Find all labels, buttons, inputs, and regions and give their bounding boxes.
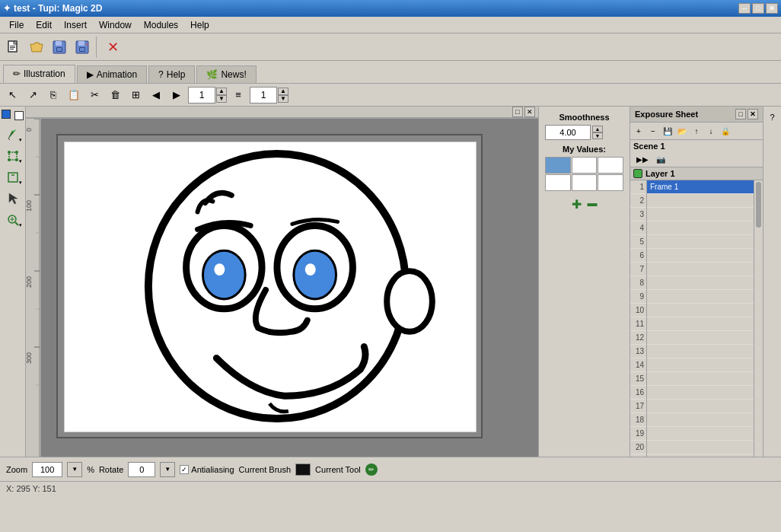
frame-21-cell[interactable] — [647, 454, 754, 457]
color-cell-5[interactable] — [598, 174, 623, 191]
transform-button[interactable] — [2, 146, 24, 166]
exposure-restore-button[interactable]: □ — [735, 109, 746, 119]
menu-edit[interactable]: Edit — [30, 18, 58, 32]
layers-icon[interactable]: ≡ — [229, 86, 247, 104]
frame-input[interactable] — [250, 87, 277, 104]
frame-12-cell[interactable] — [647, 331, 754, 345]
antialiasing-checkbox[interactable]: ✓ — [180, 465, 189, 474]
scene-option-button[interactable]: ▶▶ — [633, 154, 652, 165]
frame-7-cell[interactable] — [647, 263, 754, 276]
frame-14-cell[interactable] — [647, 358, 754, 372]
remove-frame-button[interactable]: − — [646, 124, 660, 138]
select-arrow-button[interactable]: ↖ — [3, 86, 21, 104]
paste-button[interactable]: 📋 — [65, 86, 83, 104]
frame-19-cell[interactable] — [647, 427, 754, 441]
scene-camera-button[interactable]: 📷 — [653, 154, 668, 165]
frame-4-cell[interactable] — [647, 221, 754, 235]
close-button[interactable]: ✕ — [766, 3, 778, 14]
copy-button[interactable]: ⎘ — [44, 86, 62, 104]
smoothness-up[interactable]: ▲ — [592, 126, 603, 132]
color-cell-blue[interactable] — [545, 157, 571, 174]
open-frame-button[interactable]: 📂 — [675, 124, 689, 138]
new-button[interactable] — [3, 37, 24, 58]
menu-window[interactable]: Window — [93, 18, 138, 32]
frame-1-cell[interactable]: Frame 1 — [647, 180, 754, 194]
frame-15-cell[interactable] — [647, 372, 754, 386]
color-cell-4[interactable] — [572, 174, 598, 191]
canvas-close-button[interactable]: ✕ — [524, 107, 535, 117]
frame-2-cell[interactable] — [647, 194, 754, 208]
drawing-canvas[interactable] — [64, 142, 477, 432]
save-frame-button[interactable]: 💾 — [661, 124, 674, 138]
canvas-scroll-area[interactable] — [41, 119, 538, 457]
menu-modules[interactable]: Modules — [138, 18, 184, 32]
saveas-button[interactable]: + — [72, 37, 93, 58]
layer-down[interactable]: ▼ — [216, 95, 227, 103]
delete-button[interactable]: ✕ — [102, 37, 123, 58]
zoom-input[interactable] — [32, 462, 62, 477]
frame-8-cell[interactable] — [647, 276, 754, 290]
frame-13-cell[interactable] — [647, 345, 754, 358]
lock-frame-button[interactable]: 🔒 — [719, 124, 732, 138]
menu-file[interactable]: File — [3, 18, 30, 32]
frame-3-cell[interactable] — [647, 208, 754, 221]
frame-11-cell[interactable] — [647, 317, 754, 331]
frame-down[interactable]: ▼ — [278, 95, 288, 103]
foreground-color[interactable] — [2, 110, 11, 119]
edit-color-button[interactable]: ▬ — [588, 197, 598, 212]
grid-button[interactable]: ⊞ — [126, 86, 145, 104]
frame-5-cell[interactable] — [647, 235, 754, 249]
brush-preview[interactable] — [295, 464, 311, 476]
zoom-button[interactable] — [2, 210, 24, 230]
prev-button[interactable]: ◀ — [147, 86, 165, 104]
canvas-restore-button[interactable]: □ — [512, 107, 523, 117]
down-frame-button[interactable]: ↓ — [704, 124, 718, 138]
antialiasing-toggle[interactable]: ✓ Antialiasing — [180, 465, 234, 474]
tab-animation[interactable]: ▶ Animation — [77, 65, 147, 83]
frame-20-cell[interactable] — [647, 441, 754, 454]
open-button[interactable] — [26, 37, 47, 58]
scrollbar-thumb[interactable] — [756, 182, 761, 228]
help-question-button[interactable]: ? — [765, 110, 780, 125]
rotate-dropdown[interactable]: ▼ — [160, 462, 175, 477]
canvas-controls[interactable]: □ ✕ — [512, 107, 535, 117]
delete2-button[interactable]: 🗑 — [106, 86, 124, 104]
color-cell-1[interactable] — [572, 157, 598, 174]
next-button[interactable]: ▶ — [167, 86, 186, 104]
select-arrow2-button[interactable]: ↗ — [24, 86, 42, 104]
color-cell-3[interactable] — [545, 174, 571, 191]
rotate-input[interactable] — [128, 462, 155, 477]
maximize-button[interactable]: □ — [752, 3, 764, 14]
layer-input[interactable] — [188, 87, 215, 104]
minimize-button[interactable]: ─ — [738, 3, 751, 14]
frame-spinner[interactable]: ▲ ▼ — [250, 87, 288, 104]
frame-18-cell[interactable] — [647, 413, 754, 427]
smoothness-input[interactable] — [545, 125, 591, 140]
frame-16-cell[interactable] — [647, 386, 754, 400]
frame-6-cell[interactable] — [647, 249, 754, 263]
titlebar-controls[interactable]: ─ □ ✕ — [738, 3, 778, 14]
color-cell-2[interactable] — [598, 157, 623, 174]
cut-button[interactable]: ✂ — [85, 86, 104, 104]
add-frame-button[interactable]: + — [632, 124, 646, 138]
frame-10-cell[interactable] — [647, 304, 754, 317]
menu-insert[interactable]: Insert — [58, 18, 93, 32]
frame-17-cell[interactable] — [647, 400, 754, 413]
frame-9-cell[interactable] — [647, 290, 754, 304]
pen-tool-button[interactable] — [2, 125, 24, 145]
save-button[interactable] — [49, 37, 70, 58]
tab-news[interactable]: 🌿 News! — [196, 65, 256, 83]
cursor-button[interactable] — [2, 189, 24, 209]
layer-up[interactable]: ▲ — [216, 88, 227, 95]
frames-scrollbar[interactable] — [754, 180, 763, 457]
tab-illustration[interactable]: ✏ Illustration — [3, 65, 75, 83]
frame-up[interactable]: ▲ — [278, 88, 288, 95]
text-button[interactable] — [2, 167, 24, 187]
add-color-button[interactable]: ✚ — [572, 197, 582, 212]
frames-column[interactable]: Frame 1 — [647, 180, 754, 457]
menu-help[interactable]: Help — [184, 18, 215, 32]
layer-spinner[interactable]: ▲ ▼ — [188, 87, 227, 104]
smoothness-down[interactable]: ▼ — [592, 132, 603, 139]
tab-help[interactable]: ? Help — [148, 65, 195, 83]
up-frame-button[interactable]: ↑ — [690, 124, 703, 138]
